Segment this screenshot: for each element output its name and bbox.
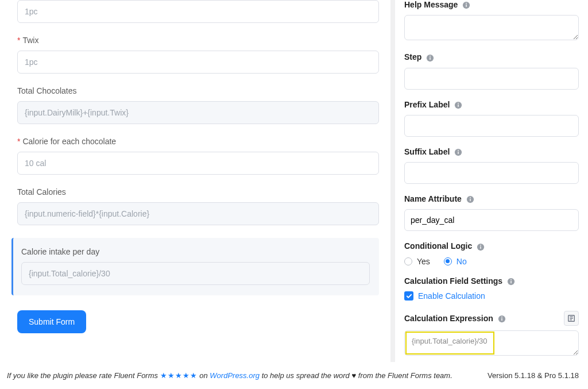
footer-message: If you like the plugin please rate Fluen… <box>7 371 452 380</box>
help-message-label: Help Message <box>404 0 458 9</box>
calc-settings-label: Calculation Field Settings <box>404 276 502 286</box>
calorie-each-input[interactable] <box>17 152 379 175</box>
svg-rect-7 <box>458 105 459 107</box>
submit-button[interactable]: Submit Form <box>17 310 86 333</box>
enable-calculation-label[interactable]: Enable Calculation <box>418 291 485 301</box>
field-label: *Calorie for each chocolate <box>17 137 379 146</box>
info-icon[interactable] <box>477 243 485 251</box>
form-field-dairymilk[interactable] <box>17 0 379 23</box>
field-label: *Twix <box>17 36 379 45</box>
field-label: Total Chocolates <box>17 86 379 95</box>
svg-point-11 <box>458 150 459 151</box>
calc-expression-label: Calculation Expression <box>404 314 493 323</box>
twix-input[interactable] <box>17 51 379 74</box>
form-field-twix[interactable]: *Twix <box>17 36 379 74</box>
total-calories-input[interactable] <box>17 202 379 225</box>
info-icon[interactable] <box>498 315 506 323</box>
suffix-label-label: Suffix Label <box>404 147 450 156</box>
dairymilk-input[interactable] <box>17 0 379 23</box>
conditional-logic-no[interactable]: No <box>444 257 467 266</box>
svg-rect-16 <box>480 246 481 248</box>
footer: If you like the plugin please rate Fluen… <box>0 363 588 389</box>
svg-rect-22 <box>501 318 502 321</box>
name-attribute-input[interactable] <box>404 209 579 231</box>
suffix-label-input[interactable] <box>404 162 579 184</box>
form-field-calorie-per-day[interactable]: Calorie intake per day <box>11 238 379 295</box>
field-label: Total Calories <box>17 187 379 197</box>
form-field-total-chocolates[interactable]: Total Chocolates <box>17 86 379 124</box>
svg-rect-13 <box>470 199 470 201</box>
step-label: Step <box>404 52 421 61</box>
svg-rect-10 <box>458 152 459 154</box>
info-icon[interactable] <box>507 278 515 286</box>
calc-expression-input[interactable] <box>404 330 579 356</box>
insert-field-button[interactable] <box>564 311 579 326</box>
enable-calculation-checkbox[interactable] <box>404 291 413 301</box>
prefix-label-input[interactable] <box>404 115 579 137</box>
step-input[interactable] <box>404 68 579 90</box>
svg-point-14 <box>470 197 471 198</box>
svg-point-2 <box>466 3 467 4</box>
info-icon[interactable] <box>466 195 474 203</box>
total-chocolates-input[interactable] <box>17 101 379 124</box>
conditional-logic-yes[interactable]: Yes <box>404 257 430 266</box>
field-settings-panel: Help Message Step Prefix Label Suffix La… <box>395 0 588 362</box>
prefix-label-label: Prefix Label <box>404 100 450 109</box>
conditional-logic-label: Conditional Logic <box>404 241 472 251</box>
field-label: Calorie intake per day <box>21 247 370 256</box>
svg-rect-19 <box>510 281 511 283</box>
svg-rect-4 <box>430 57 431 59</box>
form-field-calorie-each[interactable]: *Calorie for each chocolate <box>17 137 379 175</box>
info-icon[interactable] <box>462 1 470 9</box>
help-message-input[interactable] <box>404 15 579 40</box>
calorie-per-day-input[interactable] <box>21 262 370 285</box>
form-field-total-calories[interactable]: Total Calories <box>17 187 379 225</box>
form-preview: *Twix Total Chocolates *Calorie for each… <box>0 0 390 362</box>
wordpress-link[interactable]: WordPress.org <box>210 371 260 380</box>
svg-point-8 <box>458 103 459 104</box>
info-icon[interactable] <box>454 148 462 156</box>
svg-point-23 <box>501 317 502 318</box>
svg-point-20 <box>510 279 512 280</box>
star-rating-icon[interactable]: ★★★★★ <box>160 371 198 380</box>
info-icon[interactable] <box>454 101 462 109</box>
svg-point-17 <box>480 245 481 246</box>
name-attribute-label: Name Attribute <box>404 194 462 203</box>
svg-rect-1 <box>466 5 467 7</box>
info-icon[interactable] <box>426 54 434 62</box>
version-label: Version 5.1.18 & Pro 5.1.18 <box>488 371 579 380</box>
svg-point-5 <box>430 55 431 56</box>
